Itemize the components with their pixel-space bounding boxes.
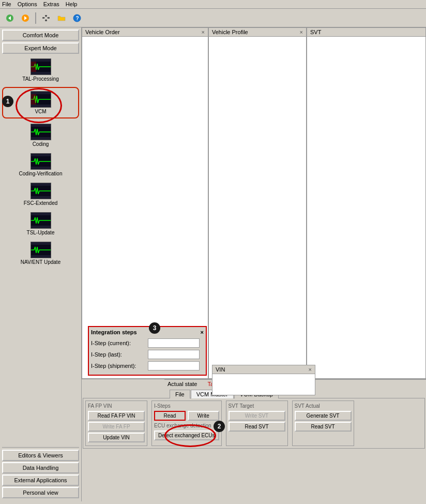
sidebar-item-fsc-extended[interactable]: FSC-Extended [2,182,79,207]
sidebar-item-coding-verification[interactable]: Coding-Verification [2,152,79,177]
fa-fp-vin-section: FA FP VIN Read FA FP VIN Write FA FP Upd… [85,401,147,446]
i-steps-title: I-Steps [154,403,219,409]
sidebar-item-tsl-update[interactable]: TSL-Update [2,211,79,236]
vin-panel: VIN × [212,365,315,395]
forward-button[interactable] [19,11,32,25]
tsl-update-icon [31,212,51,229]
svg-rect-4 [42,17,44,19]
svt-actual-title: SVT Actual [295,403,352,409]
svt-titlebar: SVT [307,28,425,37]
istep-last-input[interactable] [148,350,200,359]
nav-ent-update-label: NAV/ENT Update [21,259,60,265]
read-svt-actual-button[interactable]: Read SVT [295,422,352,432]
istep-last-label: I-Step (last): [91,351,148,358]
sidebar: Comfort Mode Expert Mode TAL-Processing [0,27,82,501]
istep-shipment-row: I-Step (shipment): [91,361,204,370]
read-button[interactable]: Read [154,411,186,421]
external-applications-button[interactable]: External Applications [2,475,79,486]
menu-options[interactable]: Options [18,1,37,7]
istep-current-label: I-Step (current): [91,340,148,346]
coding-verification-icon [31,153,51,170]
menu-help[interactable]: Help [66,1,78,7]
integration-steps-box: Integration steps × I-Step (current): I-… [88,326,207,376]
sidebar-item-coding[interactable]: Coding [2,123,79,148]
integration-steps-close[interactable]: × [201,329,204,335]
back-button[interactable] [3,11,17,25]
data-handling-button[interactable]: Data Handling [2,462,79,473]
svt-target-section: SVT Target Write SVT Read SVT [226,401,288,446]
read-svt-target-button[interactable]: Read SVT [229,422,285,432]
write-svt-target-button[interactable]: Write SVT [229,411,285,421]
comfort-mode-button[interactable]: Comfort Mode [2,29,79,41]
detect-exchanged-ecus-button[interactable]: Detect exchanged ECUs [154,431,219,440]
write-fa-fp-button[interactable]: Write FA FP [88,422,145,432]
main-container: Comfort Mode Expert Mode TAL-Processing [0,27,426,501]
vehicle-profile-titlebar: Vehicle Profile × [209,28,306,37]
update-vin-button[interactable]: Update VIN [88,433,145,442]
folder-button[interactable] [55,11,68,25]
editors-viewers-button[interactable]: Editors & Viewers [2,450,79,461]
coding-label: Coding [33,141,49,147]
istep-current-input[interactable] [148,338,200,348]
tal-processing-icon [31,58,51,75]
vin-panel-titlebar: VIN × [212,365,315,374]
toolbar: ? [0,9,426,27]
istep-current-row: I-Step (current): [91,338,204,348]
integration-steps-titlebar: Integration steps × [91,329,204,335]
sidebar-item-nav-ent-update[interactable]: NAV/ENT Update [2,241,79,266]
svt-title: SVT [310,29,321,35]
sidebar-item-tal-processing[interactable]: TAL-Processing [2,57,79,83]
ecu-exchange-title: ECU exchange detection [154,423,219,428]
fsc-extended-label: FSC-Extended [24,200,58,206]
svg-rect-5 [48,17,50,19]
vehicle-profile-title: Vehicle Profile [212,29,248,35]
generate-svt-button[interactable]: Generate SVT [295,411,352,421]
network-button[interactable] [39,11,53,25]
vehicle-profile-panel: Vehicle Profile × [208,27,307,379]
content-area: Vehicle Order × Vehicle Profile × SVT [82,27,426,501]
read-fa-fp-vin-button[interactable]: Read FA FP VIN [88,411,145,421]
tab-content-vcm-master: FA FP VIN Read FA FP VIN Write FA FP Upd… [83,398,425,449]
svg-text:?: ? [76,16,79,21]
sidebar-bottom: Editors & Viewers Data Handling External… [2,447,79,499]
fa-fp-vin-title: FA FP VIN [88,403,145,409]
read-write-row: Read Write [154,411,219,422]
istep-shipment-input[interactable] [148,361,200,370]
nav-ent-update-icon [31,242,51,258]
vcm-label: VCM [35,109,46,114]
vin-panel-title: VIN [216,366,225,373]
vehicle-order-titlebar: Vehicle Order × [82,28,208,37]
svg-rect-17 [31,94,36,105]
expert-mode-button[interactable]: Expert Mode [2,42,79,54]
vehicle-order-close[interactable]: × [202,29,205,35]
fsc-extended-icon [31,183,51,199]
tal-processing-label: TAL-Processing [22,76,58,82]
menubar: File Options Extras Help [0,0,426,9]
personal-view-button[interactable]: Personal view [2,487,79,498]
i-steps-section: I-Steps Read Write ECU exchange detectio… [151,401,222,446]
tab-file[interactable]: File [170,390,190,398]
svg-rect-6 [45,15,47,17]
coding-icon [31,124,51,140]
vcm-icon [31,91,51,108]
tsl-update-label: TSL-Update [27,230,55,235]
vin-panel-close[interactable]: × [309,366,312,373]
svt-target-title: SVT Target [229,403,285,409]
integration-steps-title: Integration steps [91,329,137,335]
svt-body [307,37,425,378]
istep-last-row: I-Step (last): [91,350,204,359]
help-button[interactable]: ? [70,11,84,25]
menu-file[interactable]: File [2,1,11,7]
svt-actual-section: SVT Actual Generate SVT Read SVT [292,401,354,446]
vehicle-profile-body [209,37,306,378]
istep-shipment-label: I-Step (shipment): [91,363,148,369]
toolbar-separator [35,12,36,24]
vehicle-profile-close[interactable]: × [300,29,303,35]
sidebar-item-vcm[interactable]: VCM [2,87,79,118]
vehicle-order-title: Vehicle Order [85,29,120,35]
vin-panel-body [212,374,315,395]
write-button[interactable]: Write [188,411,219,421]
svg-rect-7 [45,20,47,21]
svt-panel: SVT [307,27,426,379]
menu-extras[interactable]: Extras [43,1,59,7]
